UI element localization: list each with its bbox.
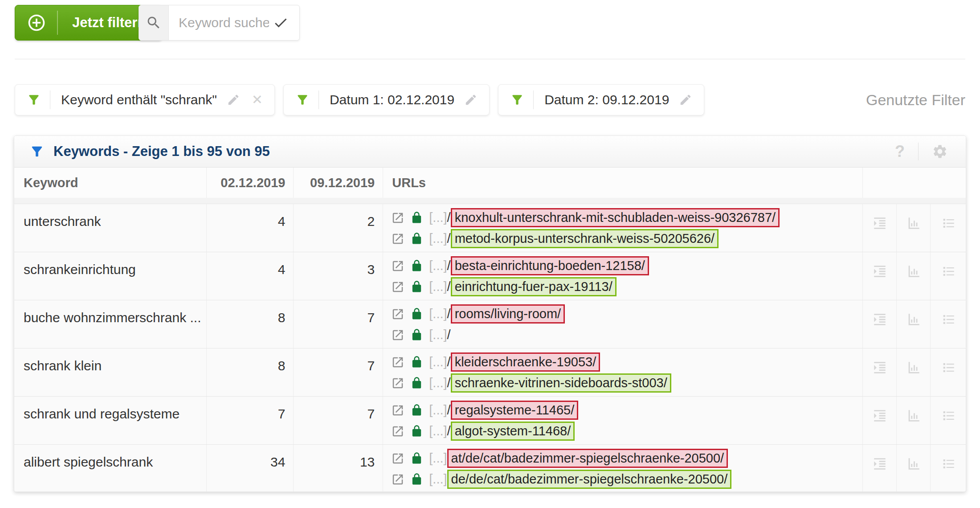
lock-icon xyxy=(410,425,423,438)
lock-icon xyxy=(410,356,423,369)
url-highlight[interactable]: regalsysteme-11465/ xyxy=(451,401,579,420)
urls-cell: [...]/rooms/living-room/ [...]/ xyxy=(383,300,863,348)
external-link-icon[interactable] xyxy=(391,211,404,225)
table-title-actions: ? xyxy=(895,142,948,161)
keyword-cell: schrankeinrichtung xyxy=(14,252,207,300)
url-highlight[interactable]: besta-einrichtung-boeden-12158/ xyxy=(451,256,649,275)
url-slash: / xyxy=(447,355,451,369)
filter-chips-row: Keyword enthält "schrank" ✕ Datum 1: 02.… xyxy=(15,84,965,115)
bar-chart-icon[interactable] xyxy=(897,445,931,492)
lock-icon xyxy=(410,280,423,293)
checkmark-icon[interactable] xyxy=(269,15,299,31)
indent-icon[interactable] xyxy=(863,204,897,252)
external-link-icon[interactable] xyxy=(391,473,404,486)
indent-icon[interactable] xyxy=(863,397,897,444)
bar-chart-icon[interactable] xyxy=(897,397,931,444)
list-icon[interactable] xyxy=(931,204,966,252)
external-link-icon[interactable] xyxy=(391,377,404,390)
date2-value-cell: 7 xyxy=(294,397,383,444)
list-icon[interactable] xyxy=(931,445,966,492)
bar-chart-icon[interactable] xyxy=(897,204,931,252)
external-link-icon[interactable] xyxy=(391,425,404,438)
url-slash: / xyxy=(447,210,451,225)
column-header-keyword[interactable]: Keyword xyxy=(14,168,207,198)
external-link-icon[interactable] xyxy=(391,356,404,369)
url-highlight[interactable]: at/de/cat/badezimmer-spiegelschraenke-20… xyxy=(447,449,728,468)
indent-icon[interactable] xyxy=(863,252,897,300)
help-icon[interactable]: ? xyxy=(895,142,905,161)
column-header-date2[interactable]: 09.12.2019 xyxy=(294,168,383,198)
bar-chart-icon[interactable] xyxy=(897,300,931,348)
url-prefix: [...] xyxy=(429,403,447,418)
column-header-date1[interactable]: 02.12.2019 xyxy=(207,168,294,198)
url-line: [...]/schraenke-vitrinen-sideboards-st00… xyxy=(391,373,862,393)
url-slash: / xyxy=(447,279,451,294)
url-prefix: [...] xyxy=(429,307,447,321)
chip-divider xyxy=(533,90,534,109)
external-link-icon[interactable] xyxy=(391,307,404,321)
plus-circle-icon xyxy=(27,13,46,33)
filter-funnel-icon xyxy=(284,93,318,107)
url-line: [...]/besta-einrichtung-boeden-12158/ xyxy=(391,255,862,276)
column-header-actions xyxy=(863,168,966,198)
url-prefix: [...] xyxy=(429,328,447,342)
lock-icon xyxy=(410,211,423,224)
list-icon[interactable] xyxy=(931,300,966,348)
url-line: [...]/knoxhult-unterschrank-mit-schublad… xyxy=(391,207,862,228)
url-prefix: [...] xyxy=(429,231,447,246)
external-link-icon[interactable] xyxy=(391,404,404,417)
url-highlight[interactable]: de/de/cat/badezimmer-spiegelschraenke-20… xyxy=(447,470,732,489)
external-link-icon[interactable] xyxy=(391,232,404,246)
close-icon[interactable]: ✕ xyxy=(252,93,263,107)
pencil-icon[interactable] xyxy=(679,93,692,107)
bar-chart-icon[interactable] xyxy=(897,348,931,396)
url-line: [...]de/de/cat/badezimmer-spiegelschraen… xyxy=(391,469,862,490)
url-slash: / xyxy=(447,424,451,438)
list-icon[interactable] xyxy=(931,252,966,300)
external-link-icon[interactable] xyxy=(391,328,404,342)
url-highlight[interactable]: algot-system-11468/ xyxy=(451,422,575,441)
url-line: [...]/metod-korpus-unterschrank-weiss-50… xyxy=(391,228,862,249)
url-highlight[interactable]: kleiderschraenke-19053/ xyxy=(451,352,600,372)
filter-funnel-icon xyxy=(498,93,533,107)
column-header-urls[interactable]: URLs xyxy=(383,168,863,198)
pencil-icon[interactable] xyxy=(464,93,478,107)
indent-icon[interactable] xyxy=(863,300,897,348)
date1-value-cell: 8 xyxy=(207,300,294,348)
urls-cell: [...]/besta-einrichtung-boeden-12158/ [.… xyxy=(383,252,863,300)
url-highlight[interactable]: knoxhult-unterschrank-mit-schubladen-wei… xyxy=(451,208,780,227)
indent-icon[interactable] xyxy=(863,348,897,396)
list-icon[interactable] xyxy=(931,348,966,396)
external-link-icon[interactable] xyxy=(391,452,404,465)
external-link-icon[interactable] xyxy=(391,259,404,273)
url-prefix: [...] xyxy=(429,424,447,438)
used-filters-label: Genutzte Filter xyxy=(866,91,965,109)
lock-icon xyxy=(410,377,423,389)
date2-value-cell: 7 xyxy=(294,348,383,396)
keyword-filter-page: Jetzt filtern Keyword enthält "schrank" … xyxy=(0,0,980,508)
url-slash: / xyxy=(447,403,451,418)
url-line: [...]at/de/cat/badezimmer-spiegelschraen… xyxy=(391,448,862,469)
date1-value-cell: 7 xyxy=(207,397,294,444)
external-link-icon[interactable] xyxy=(391,280,404,294)
url-highlight[interactable]: rooms/living-room/ xyxy=(451,304,565,324)
url-prefix: [...] xyxy=(429,258,447,273)
keyword-cell: schrank und regalsysteme xyxy=(14,397,207,444)
filter-funnel-icon xyxy=(29,144,45,159)
gear-icon[interactable] xyxy=(932,143,948,160)
pencil-icon[interactable] xyxy=(227,93,240,107)
url-line: [...]/einrichtung-fuer-pax-19113/ xyxy=(391,276,862,297)
bar-chart-icon[interactable] xyxy=(897,252,931,300)
toolbar-divider xyxy=(15,59,965,59)
search-input[interactable] xyxy=(169,15,269,30)
url-highlight[interactable]: metod-korpus-unterschrank-weiss-50205626… xyxy=(451,229,719,248)
url-highlight[interactable]: einrichtung-fuer-pax-19113/ xyxy=(451,277,617,296)
url-line: [...]/regalsysteme-11465/ xyxy=(391,400,862,421)
list-icon[interactable] xyxy=(931,397,966,444)
date2-value-cell: 3 xyxy=(294,252,383,300)
table-row: schrank klein 8 7 [...]/kleiderschraenke… xyxy=(14,348,966,396)
search-icon xyxy=(139,5,169,40)
url-highlight[interactable]: schraenke-vitrinen-sideboards-st003/ xyxy=(451,373,671,393)
keyword-cell: buche wohnzimmerschrank ... xyxy=(14,300,207,348)
indent-icon[interactable] xyxy=(863,445,897,492)
